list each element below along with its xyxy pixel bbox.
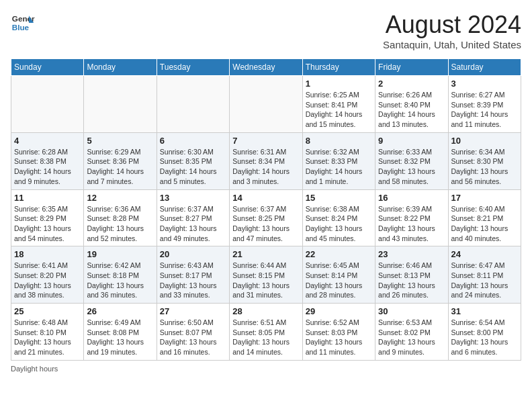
calendar-day-cell: 31Sunrise: 6:54 AM Sunset: 8:00 PM Dayli… (448, 304, 521, 361)
day-number: 27 (160, 306, 226, 316)
day-info: Sunrise: 6:41 AM Sunset: 8:20 PM Dayligh… (14, 261, 81, 300)
day-info: Sunrise: 6:32 AM Sunset: 8:33 PM Dayligh… (306, 147, 372, 187)
calendar-day-cell (230, 76, 302, 133)
calendar-day-header: Tuesday (157, 59, 229, 76)
month-title: August 2024 (383, 11, 521, 39)
day-number: 3 (451, 79, 518, 89)
calendar-day-cell: 22Sunrise: 6:45 AM Sunset: 8:14 PM Dayli… (302, 246, 375, 304)
calendar-day-cell (11, 76, 84, 133)
calendar-day-header: Friday (375, 59, 448, 76)
calendar-day-cell: 16Sunrise: 6:39 AM Sunset: 8:22 PM Dayli… (375, 189, 448, 246)
calendar-day-header: Wednesday (230, 59, 302, 76)
day-info: Sunrise: 6:36 AM Sunset: 8:28 PM Dayligh… (87, 204, 153, 244)
calendar-day-cell: 15Sunrise: 6:38 AM Sunset: 8:24 PM Dayli… (302, 189, 375, 246)
day-number: 2 (378, 79, 445, 89)
calendar-week-row: 11Sunrise: 6:35 AM Sunset: 8:29 PM Dayli… (11, 189, 521, 246)
calendar-day-header: Thursday (302, 59, 375, 76)
day-number: 7 (232, 136, 299, 146)
calendar-day-cell: 27Sunrise: 6:50 AM Sunset: 8:07 PM Dayli… (157, 304, 229, 361)
day-info: Sunrise: 6:33 AM Sunset: 8:32 PM Dayligh… (378, 147, 445, 187)
day-number: 20 (160, 249, 226, 259)
day-info: Sunrise: 6:46 AM Sunset: 8:13 PM Dayligh… (378, 261, 445, 300)
day-info: Sunrise: 6:40 AM Sunset: 8:21 PM Dayligh… (451, 204, 518, 244)
day-info: Sunrise: 6:30 AM Sunset: 8:35 PM Dayligh… (160, 147, 226, 187)
day-info: Sunrise: 6:35 AM Sunset: 8:29 PM Dayligh… (14, 204, 81, 244)
calendar-day-cell: 28Sunrise: 6:51 AM Sunset: 8:05 PM Dayli… (230, 304, 302, 361)
day-number: 18 (14, 249, 81, 259)
day-number: 23 (378, 249, 445, 259)
calendar-day-cell: 19Sunrise: 6:42 AM Sunset: 8:18 PM Dayli… (84, 246, 157, 304)
calendar-day-cell: 11Sunrise: 6:35 AM Sunset: 8:29 PM Dayli… (11, 189, 84, 246)
day-info: Sunrise: 6:28 AM Sunset: 8:38 PM Dayligh… (14, 147, 81, 187)
logo-icon: General Blue (11, 11, 35, 35)
calendar-day-cell: 20Sunrise: 6:43 AM Sunset: 8:17 PM Dayli… (157, 246, 229, 304)
day-info: Sunrise: 6:49 AM Sunset: 8:08 PM Dayligh… (87, 318, 153, 357)
day-number: 4 (14, 136, 81, 146)
calendar-week-row: 4Sunrise: 6:28 AM Sunset: 8:38 PM Daylig… (11, 132, 521, 189)
day-number: 30 (378, 306, 445, 316)
day-info: Sunrise: 6:43 AM Sunset: 8:17 PM Dayligh… (160, 261, 226, 300)
day-number: 9 (378, 136, 445, 146)
day-info: Sunrise: 6:48 AM Sunset: 8:10 PM Dayligh… (14, 318, 81, 357)
calendar-day-cell: 8Sunrise: 6:32 AM Sunset: 8:33 PM Daylig… (302, 132, 375, 189)
svg-text:Blue: Blue (12, 23, 30, 32)
day-number: 26 (87, 306, 153, 316)
calendar-day-cell: 26Sunrise: 6:49 AM Sunset: 8:08 PM Dayli… (84, 304, 157, 361)
day-number: 8 (306, 136, 372, 146)
calendar-day-header: Saturday (448, 59, 521, 76)
day-number: 28 (232, 306, 299, 316)
calendar-day-cell: 3Sunrise: 6:27 AM Sunset: 8:39 PM Daylig… (448, 76, 521, 133)
calendar-day-cell: 7Sunrise: 6:31 AM Sunset: 8:34 PM Daylig… (230, 132, 302, 189)
calendar-table: SundayMondayTuesdayWednesdayThursdayFrid… (11, 58, 521, 361)
day-number: 1 (306, 79, 372, 89)
calendar-week-row: 1Sunrise: 6:25 AM Sunset: 8:41 PM Daylig… (11, 76, 521, 133)
day-number: 11 (14, 193, 81, 203)
title-area: August 2024 Santaquin, Utah, United Stat… (383, 11, 521, 50)
calendar-day-cell (157, 76, 229, 133)
day-info: Sunrise: 6:38 AM Sunset: 8:24 PM Dayligh… (306, 204, 372, 244)
day-number: 21 (232, 249, 299, 259)
day-info: Sunrise: 6:42 AM Sunset: 8:18 PM Dayligh… (87, 261, 153, 300)
calendar-day-cell: 12Sunrise: 6:36 AM Sunset: 8:28 PM Dayli… (84, 189, 157, 246)
day-number: 5 (87, 136, 153, 146)
page-header: General Blue August 2024 Santaquin, Utah… (11, 11, 521, 50)
calendar-day-cell (84, 76, 157, 133)
location-subtitle: Santaquin, Utah, United States (383, 39, 521, 50)
day-info: Sunrise: 6:51 AM Sunset: 8:05 PM Dayligh… (232, 318, 299, 357)
day-info: Sunrise: 6:50 AM Sunset: 8:07 PM Dayligh… (160, 318, 226, 357)
calendar-day-cell: 25Sunrise: 6:48 AM Sunset: 8:10 PM Dayli… (11, 304, 84, 361)
day-number: 25 (14, 306, 81, 316)
calendar-day-cell: 30Sunrise: 6:53 AM Sunset: 8:02 PM Dayli… (375, 304, 448, 361)
day-info: Sunrise: 6:39 AM Sunset: 8:22 PM Dayligh… (378, 204, 445, 244)
day-info: Sunrise: 6:53 AM Sunset: 8:02 PM Dayligh… (378, 318, 445, 357)
day-number: 10 (451, 136, 518, 146)
day-info: Sunrise: 6:52 AM Sunset: 8:03 PM Dayligh… (306, 318, 372, 357)
day-info: Sunrise: 6:37 AM Sunset: 8:25 PM Dayligh… (232, 204, 299, 244)
calendar-week-row: 18Sunrise: 6:41 AM Sunset: 8:20 PM Dayli… (11, 246, 521, 304)
day-info: Sunrise: 6:45 AM Sunset: 8:14 PM Dayligh… (306, 261, 372, 300)
day-info: Sunrise: 6:37 AM Sunset: 8:27 PM Dayligh… (160, 204, 226, 244)
day-number: 24 (451, 249, 518, 259)
day-info: Sunrise: 6:31 AM Sunset: 8:34 PM Dayligh… (232, 147, 299, 187)
calendar-day-cell: 21Sunrise: 6:44 AM Sunset: 8:15 PM Dayli… (230, 246, 302, 304)
day-info: Sunrise: 6:29 AM Sunset: 8:36 PM Dayligh… (87, 147, 153, 187)
footer-note: Daylight hours (11, 365, 521, 373)
logo: General Blue (11, 11, 35, 35)
day-number: 19 (87, 249, 153, 259)
calendar-day-cell: 17Sunrise: 6:40 AM Sunset: 8:21 PM Dayli… (448, 189, 521, 246)
calendar-header-row: SundayMondayTuesdayWednesdayThursdayFrid… (11, 59, 521, 76)
day-info: Sunrise: 6:54 AM Sunset: 8:00 PM Dayligh… (451, 318, 518, 357)
day-info: Sunrise: 6:26 AM Sunset: 8:40 PM Dayligh… (378, 90, 445, 130)
calendar-day-cell: 4Sunrise: 6:28 AM Sunset: 8:38 PM Daylig… (11, 132, 84, 189)
calendar-day-cell: 13Sunrise: 6:37 AM Sunset: 8:27 PM Dayli… (157, 189, 229, 246)
calendar-day-cell: 1Sunrise: 6:25 AM Sunset: 8:41 PM Daylig… (302, 76, 375, 133)
day-number: 6 (160, 136, 226, 146)
calendar-day-header: Sunday (11, 59, 84, 76)
calendar-day-header: Monday (84, 59, 157, 76)
calendar-day-cell: 29Sunrise: 6:52 AM Sunset: 8:03 PM Dayli… (302, 304, 375, 361)
day-number: 12 (87, 193, 153, 203)
calendar-day-cell: 9Sunrise: 6:33 AM Sunset: 8:32 PM Daylig… (375, 132, 448, 189)
day-info: Sunrise: 6:44 AM Sunset: 8:15 PM Dayligh… (232, 261, 299, 300)
daylight-label: Daylight hours (11, 365, 58, 373)
calendar-day-cell: 14Sunrise: 6:37 AM Sunset: 8:25 PM Dayli… (230, 189, 302, 246)
